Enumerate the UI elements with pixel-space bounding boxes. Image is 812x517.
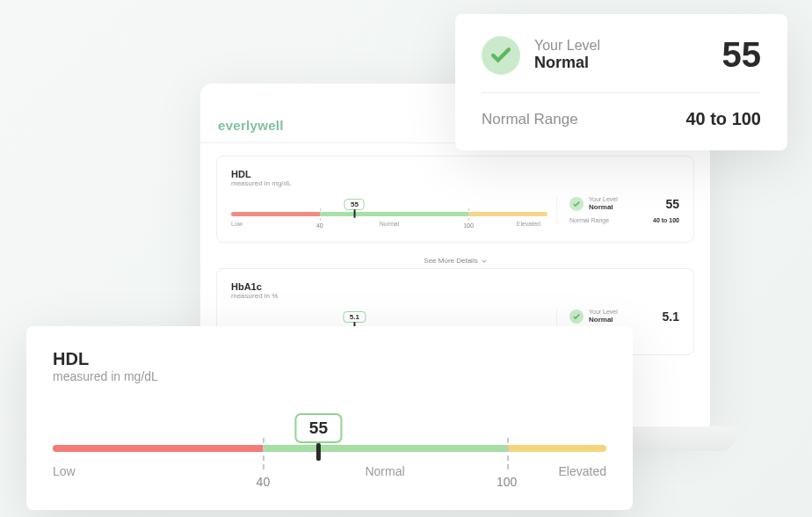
range-segment-low [53,445,263,452]
your-level-status: Normal [534,54,600,72]
your-level-value: 5.1 [663,309,679,324]
range-label-elevated: Elevated [517,221,540,227]
see-more-label: See More Details [424,257,477,265]
result-title: HDL [231,169,679,179]
your-level-label: Your Level [589,196,618,203]
hdl-unit: measured in mg/dL [53,369,606,383]
tick-low [263,438,265,470]
check-icon [569,197,584,211]
range-label-elevated: Elevated [559,464,606,478]
normal-range-label: Normal Range [569,217,609,223]
tick-high [507,438,509,470]
normal-range-value: 40 to 100 [685,109,761,129]
result-card-hdl: HDL measured in mg/dL 40 100 Low Normal … [216,156,694,243]
range-label-low: Low [53,464,76,478]
divider [482,92,761,93]
tick-low [320,208,321,221]
result-unit: measured in mg/dL [231,179,679,187]
value-marker: 5.1 [344,311,366,323]
tick-high-label: 100 [463,222,474,229]
normal-range-label: Normal Range [482,111,578,128]
your-level-value: 55 [722,35,762,75]
range-bar-track [53,445,606,452]
check-icon [569,309,584,324]
result-title: HbA1c [231,281,679,292]
range-label-low: Low [231,221,243,227]
your-level-value: 55 [665,197,679,211]
hdl-detail-card: HDL measured in mg/dL 40 100 Low Normal … [26,326,633,510]
normal-range-value: 40 to 100 [653,217,679,223]
result-unit: measured in % [231,292,679,300]
value-marker: 55 [295,413,342,443]
tick-low-label: 40 [257,475,271,489]
range-label-normal: Normal [365,464,404,478]
value-marker: 55 [344,199,365,210]
result-side-hdl: Your Level Normal 55 Normal Range 40 to … [556,196,679,223]
range-segment-normal [320,212,468,216]
range-segment-normal [263,445,506,452]
range-label-normal: Normal [380,221,400,227]
check-icon [482,36,520,75]
tick-high-label: 100 [497,475,517,489]
range-segment-elevated [507,445,606,452]
see-more-toggle[interactable]: See More Details [216,253,694,268]
chevron-down-icon [482,258,487,264]
range-segment-elevated [468,212,547,216]
hdl-range-bar: 40 100 Low Normal Elevated 55 [53,413,606,484]
your-level-label: Your Level [589,309,618,316]
range-bar-hdl: 40 100 Low Normal Elevated 55 Your Level… [231,196,679,229]
range-segment-low [231,212,320,216]
hdl-title: HDL [53,349,606,369]
level-summary-card: Your Level Normal 55 Normal Range 40 to … [455,14,787,150]
your-level-label: Your Level [534,38,600,54]
brand-logo: everlywell [218,118,284,133]
tick-high [468,208,469,221]
range-bar-track [231,212,547,216]
your-level-status: Normal [589,316,613,324]
your-level-status: Normal [589,203,613,211]
tick-low-label: 40 [316,222,323,229]
